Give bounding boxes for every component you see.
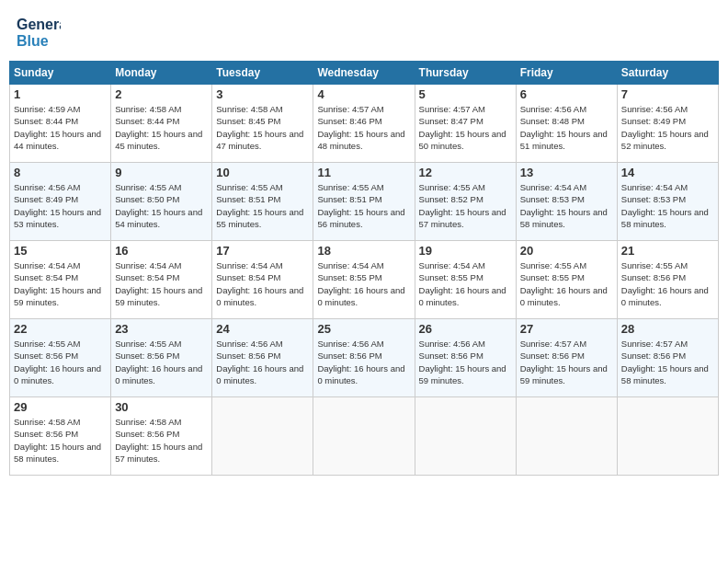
cell-info: Sunrise: 4:56 AMSunset: 8:56 PMDaylight:… <box>317 339 404 385</box>
day-number: 1 <box>14 87 107 101</box>
cell-info: Sunrise: 4:55 AMSunset: 8:56 PMDaylight:… <box>14 339 101 385</box>
page-header: General Blue <box>9 9 719 53</box>
cell-info: Sunrise: 4:58 AMSunset: 8:44 PMDaylight:… <box>115 104 202 151</box>
calendar-cell: 8Sunrise: 4:56 AMSunset: 8:49 PMDaylight… <box>10 163 111 241</box>
cell-info: Sunrise: 4:54 AMSunset: 8:55 PMDaylight:… <box>317 260 404 307</box>
cell-info: Sunrise: 4:54 AMSunset: 8:54 PMDaylight:… <box>216 260 303 307</box>
cell-info: Sunrise: 4:58 AMSunset: 8:56 PMDaylight:… <box>14 417 101 464</box>
svg-text:Blue: Blue <box>17 33 49 49</box>
cell-info: Sunrise: 4:55 AMSunset: 8:50 PMDaylight:… <box>115 182 202 229</box>
calendar-cell: 20Sunrise: 4:55 AMSunset: 8:55 PMDayligh… <box>516 241 617 319</box>
weekday-header: Sunday <box>10 62 111 85</box>
calendar-cell: 12Sunrise: 4:55 AMSunset: 8:52 PMDayligh… <box>415 163 516 241</box>
cell-info: Sunrise: 4:55 AMSunset: 8:51 PMDaylight:… <box>317 182 404 229</box>
day-number: 11 <box>317 166 410 179</box>
calendar-cell: 17Sunrise: 4:54 AMSunset: 8:54 PMDayligh… <box>212 241 313 319</box>
cell-info: Sunrise: 4:57 AMSunset: 8:56 PMDaylight:… <box>621 339 709 385</box>
day-number: 15 <box>14 244 107 258</box>
calendar-table: SundayMondayTuesdayWednesdayThursdayFrid… <box>9 61 719 476</box>
calendar-cell: 14Sunrise: 4:54 AMSunset: 8:53 PMDayligh… <box>617 163 718 241</box>
weekday-header: Friday <box>516 62 617 85</box>
cell-info: Sunrise: 4:55 AMSunset: 8:55 PMDaylight:… <box>520 260 608 307</box>
calendar-header-row: SundayMondayTuesdayWednesdayThursdayFrid… <box>10 62 719 85</box>
calendar-cell: 13Sunrise: 4:54 AMSunset: 8:53 PMDayligh… <box>516 163 617 241</box>
calendar-cell <box>617 397 718 476</box>
cell-info: Sunrise: 4:55 AMSunset: 8:56 PMDaylight:… <box>621 260 709 307</box>
day-number: 10 <box>216 166 309 179</box>
cell-info: Sunrise: 4:56 AMSunset: 8:49 PMDaylight:… <box>14 182 101 229</box>
cell-info: Sunrise: 4:56 AMSunset: 8:49 PMDaylight:… <box>621 104 709 151</box>
calendar-cell: 11Sunrise: 4:55 AMSunset: 8:51 PMDayligh… <box>313 163 415 241</box>
weekday-header: Thursday <box>415 62 516 85</box>
day-number: 23 <box>115 322 208 336</box>
calendar-cell: 27Sunrise: 4:57 AMSunset: 8:56 PMDayligh… <box>516 319 617 397</box>
day-number: 21 <box>621 244 714 258</box>
day-number: 24 <box>216 322 309 336</box>
weekday-header: Wednesday <box>313 62 415 85</box>
calendar-body: 1Sunrise: 4:59 AMSunset: 8:44 PMDaylight… <box>10 85 719 476</box>
cell-info: Sunrise: 4:55 AMSunset: 8:51 PMDaylight:… <box>216 182 303 229</box>
calendar-week-row: 1Sunrise: 4:59 AMSunset: 8:44 PMDaylight… <box>10 85 719 163</box>
weekday-header: Monday <box>111 62 212 85</box>
calendar-week-row: 15Sunrise: 4:54 AMSunset: 8:54 PMDayligh… <box>10 241 719 319</box>
day-number: 9 <box>115 166 208 179</box>
calendar-week-row: 29Sunrise: 4:58 AMSunset: 8:56 PMDayligh… <box>10 397 719 476</box>
day-number: 3 <box>216 87 309 101</box>
calendar-cell: 23Sunrise: 4:55 AMSunset: 8:56 PMDayligh… <box>111 319 212 397</box>
day-number: 25 <box>317 322 410 336</box>
day-number: 26 <box>419 322 512 336</box>
calendar-cell: 2Sunrise: 4:58 AMSunset: 8:44 PMDaylight… <box>111 85 212 163</box>
calendar-cell: 21Sunrise: 4:55 AMSunset: 8:56 PMDayligh… <box>617 241 718 319</box>
day-number: 16 <box>115 244 208 258</box>
cell-info: Sunrise: 4:54 AMSunset: 8:55 PMDaylight:… <box>419 260 506 307</box>
calendar-cell: 6Sunrise: 4:56 AMSunset: 8:48 PMDaylight… <box>516 85 617 163</box>
day-number: 13 <box>520 166 613 179</box>
day-number: 5 <box>419 87 512 101</box>
calendar-cell: 9Sunrise: 4:55 AMSunset: 8:50 PMDaylight… <box>111 163 212 241</box>
cell-info: Sunrise: 4:54 AMSunset: 8:54 PMDaylight:… <box>14 260 101 307</box>
day-number: 20 <box>520 244 613 258</box>
svg-text:General: General <box>17 17 61 32</box>
day-number: 22 <box>14 322 107 336</box>
calendar-cell: 4Sunrise: 4:57 AMSunset: 8:46 PMDaylight… <box>313 85 415 163</box>
calendar-cell: 28Sunrise: 4:57 AMSunset: 8:56 PMDayligh… <box>617 319 718 397</box>
calendar-week-row: 8Sunrise: 4:56 AMSunset: 8:49 PMDaylight… <box>10 163 719 241</box>
cell-info: Sunrise: 4:55 AMSunset: 8:52 PMDaylight:… <box>419 182 506 229</box>
cell-info: Sunrise: 4:56 AMSunset: 8:56 PMDaylight:… <box>216 339 303 385</box>
day-number: 30 <box>115 400 208 414</box>
cell-info: Sunrise: 4:57 AMSunset: 8:47 PMDaylight:… <box>419 104 506 151</box>
weekday-header: Saturday <box>617 62 718 85</box>
cell-info: Sunrise: 4:57 AMSunset: 8:46 PMDaylight:… <box>317 104 404 151</box>
calendar-cell: 10Sunrise: 4:55 AMSunset: 8:51 PMDayligh… <box>212 163 313 241</box>
calendar-cell: 7Sunrise: 4:56 AMSunset: 8:49 PMDaylight… <box>617 85 718 163</box>
calendar-cell: 29Sunrise: 4:58 AMSunset: 8:56 PMDayligh… <box>10 397 111 476</box>
day-number: 27 <box>520 322 613 336</box>
calendar-cell: 16Sunrise: 4:54 AMSunset: 8:54 PMDayligh… <box>111 241 212 319</box>
day-number: 18 <box>317 244 410 258</box>
cell-info: Sunrise: 4:54 AMSunset: 8:53 PMDaylight:… <box>520 182 608 229</box>
weekday-header: Tuesday <box>212 62 313 85</box>
calendar-cell: 25Sunrise: 4:56 AMSunset: 8:56 PMDayligh… <box>313 319 415 397</box>
logo-icon: General Blue <box>17 13 61 50</box>
calendar-cell <box>313 397 415 476</box>
day-number: 6 <box>520 87 613 101</box>
calendar-cell: 19Sunrise: 4:54 AMSunset: 8:55 PMDayligh… <box>415 241 516 319</box>
cell-info: Sunrise: 4:56 AMSunset: 8:56 PMDaylight:… <box>419 339 506 385</box>
calendar-cell <box>212 397 313 476</box>
day-number: 8 <box>14 166 107 179</box>
logo: General Blue <box>17 13 63 50</box>
calendar-cell: 15Sunrise: 4:54 AMSunset: 8:54 PMDayligh… <box>10 241 111 319</box>
cell-info: Sunrise: 4:58 AMSunset: 8:45 PMDaylight:… <box>216 104 303 151</box>
day-number: 29 <box>14 400 107 414</box>
day-number: 7 <box>621 87 714 101</box>
cell-info: Sunrise: 4:58 AMSunset: 8:56 PMDaylight:… <box>115 417 202 464</box>
day-number: 14 <box>621 166 714 179</box>
cell-info: Sunrise: 4:55 AMSunset: 8:56 PMDaylight:… <box>115 339 202 385</box>
calendar-cell <box>415 397 516 476</box>
calendar-cell: 1Sunrise: 4:59 AMSunset: 8:44 PMDaylight… <box>10 85 111 163</box>
calendar-cell <box>516 397 617 476</box>
calendar-week-row: 22Sunrise: 4:55 AMSunset: 8:56 PMDayligh… <box>10 319 719 397</box>
calendar-cell: 30Sunrise: 4:58 AMSunset: 8:56 PMDayligh… <box>111 397 212 476</box>
calendar-cell: 18Sunrise: 4:54 AMSunset: 8:55 PMDayligh… <box>313 241 415 319</box>
day-number: 17 <box>216 244 309 258</box>
